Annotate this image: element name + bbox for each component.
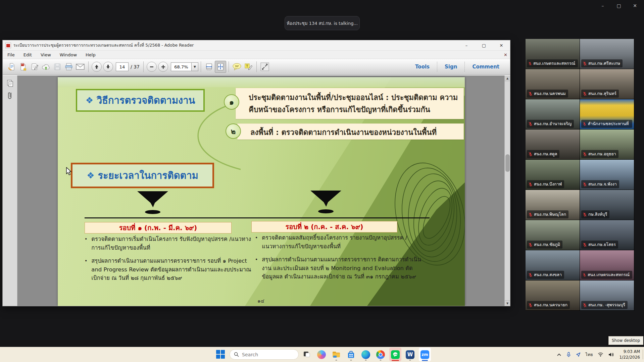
reader-close-icon[interactable]: ✕ [493, 40, 510, 50]
search-box[interactable] [230, 349, 299, 360]
video-tile[interactable]: สนง.กษ.อำนาจเจริญ [526, 99, 580, 129]
timeline-marker-2-base [318, 209, 334, 213]
method-item1-box: ประชุมติดตามงานในพื้นที่/ประชุมออนไลน์ :… [236, 88, 464, 119]
microsoft-store-button[interactable] [345, 348, 357, 361]
task-view-button[interactable] [301, 348, 313, 361]
adobe-reader-window: ระเบียบวาระการประชุมผู้ตรวจราชการกระทรวง… [2, 40, 510, 306]
chrome-button[interactable] [375, 348, 387, 361]
next-page-icon[interactable] [102, 61, 114, 73]
save-icon[interactable] [52, 61, 63, 73]
scrolling-mode-icon[interactable] [203, 61, 215, 73]
menu-help[interactable]: Help [86, 52, 96, 57]
reader-minimize-icon[interactable]: – [458, 40, 475, 50]
input-language-indicator[interactable]: ไทย [586, 351, 593, 358]
mic-muted-icon [583, 152, 587, 156]
video-tile[interactable]: สนง.กษ.สตูล [526, 130, 580, 159]
email-icon[interactable] [75, 61, 86, 73]
scroll-down-icon[interactable]: ▼ [505, 300, 510, 306]
video-tile[interactable]: สนง.กษ.บึงกาฬ [526, 160, 580, 190]
sign-button[interactable]: Sign [437, 64, 464, 70]
zoom-minimize-icon[interactable]: – [599, 2, 606, 9]
video-tile[interactable]: สนง.กษ.สงขลา [526, 250, 580, 280]
zoom-maximize-icon[interactable]: ▢ [615, 2, 623, 9]
video-tile[interactable]: กษ.สิงห์บุรี [580, 190, 634, 220]
mic-muted-icon [583, 303, 587, 307]
tray-mic-icon[interactable] [566, 352, 571, 357]
zoom-in-icon[interactable] [157, 61, 169, 73]
reader-titlebar[interactable]: ระเบียบวาระการประชุมผู้ตรวจราชการกระทรวง… [3, 40, 510, 51]
start-button[interactable] [216, 350, 225, 359]
document-close-icon[interactable]: ✕ [504, 52, 507, 57]
video-tile[interactable]: สนง.กษ.พิษณุโลก [526, 190, 580, 220]
search-input[interactable] [242, 352, 289, 357]
cloud-upload-icon[interactable] [40, 61, 52, 73]
participant-name: กษ.สิงห์บุรี [588, 211, 607, 218]
zoom-level-dropdown-icon[interactable]: ▼ [192, 62, 198, 71]
comment-bubble-icon[interactable] [231, 61, 243, 73]
mic-muted-icon [528, 182, 533, 187]
round2-label-box: รอบที่ ๒ (ก.ค. - ส.ค. ๖๙) [251, 221, 397, 232]
zoom-level-value[interactable]: 68.7% [171, 62, 192, 71]
speaker-icon[interactable] [608, 352, 614, 357]
video-tile[interactable]: สนง.กษ.จ.พังงา [580, 160, 634, 190]
wifi-icon[interactable] [598, 352, 603, 357]
tray-chevron-icon[interactable] [557, 353, 561, 356]
print-icon[interactable] [63, 61, 75, 73]
talking-banner: ห้องประชุม 134 สป.กษ. is talking... [285, 16, 360, 30]
scroll-up-icon[interactable]: ▲ [505, 75, 510, 81]
participant-name: สนง.กษ.อำนาจเจริญ [534, 120, 572, 127]
video-tile[interactable]: สนง.เกษตรและสหกรณ์จัง... [526, 39, 580, 69]
scrollbar-thumb[interactable] [505, 154, 510, 172]
menu-edit[interactable]: Edit [23, 52, 32, 57]
word-button[interactable]: W [404, 348, 416, 361]
reader-maximize-icon[interactable]: ▢ [475, 40, 493, 50]
menu-file[interactable]: File [7, 52, 15, 57]
show-desktop-edge[interactable] [643, 350, 643, 359]
zoom-close-icon[interactable]: ✕ [631, 2, 639, 9]
video-tile[interactable]: สำนักงานชลประทานที่ 16 [580, 99, 634, 129]
zoom-meeting-screen: ห้องประชุม 134 สป.กษ. is talking... – ▢ … [0, 0, 644, 362]
round1-label-box: รอบที่ ๑ (ก.พ. - มี.ค. ๖๙) [85, 222, 232, 234]
timeline-marker-1-base [145, 210, 160, 214]
taskbar-clock[interactable]: 9:03 AM 1/22/2026 [619, 349, 640, 360]
video-tile[interactable]: สนง.เกษตรและสหกรณ์จัง... [580, 250, 634, 280]
line-button[interactable]: LINE [389, 348, 401, 361]
open-file-icon[interactable] [6, 61, 17, 73]
method-item2-box: ลงพื้นที่ : ตรวจติดตามการดำเนินงานของหน่… [237, 123, 464, 140]
video-tile[interactable]: สนง.กษ.ยโสธร [580, 220, 634, 250]
method-item2-text: ลงพื้นที่ : ตรวจติดตามการดำเนินงานของหน่… [250, 126, 459, 139]
show-desktop-tooltip: Show desktop [608, 336, 643, 345]
vertical-scrollbar[interactable]: ▲ ▼ [504, 75, 510, 306]
video-tile[interactable]: สนง.กษ.อยุธยา [580, 130, 634, 159]
create-pdf-icon[interactable] [17, 61, 29, 73]
previous-page-icon[interactable] [91, 61, 102, 73]
page-thumbnails-icon[interactable] [5, 78, 15, 88]
participant-name: สนง.กษ.ยโสธร [588, 241, 616, 248]
video-tile[interactable]: สนง.กษ.ศรีสะเกษ [580, 39, 634, 69]
menu-view[interactable]: View [41, 52, 51, 57]
zoom-app-button[interactable]: zm [419, 348, 431, 361]
file-explorer-button[interactable] [330, 348, 342, 361]
tray-location-icon[interactable] [576, 352, 581, 357]
page-number-input[interactable] [116, 62, 129, 71]
participant-name: สำนักงานชลประทานที่ 16 [588, 120, 630, 127]
copilot-button[interactable] [315, 348, 328, 361]
fullscreen-icon[interactable] [259, 61, 270, 73]
zoom-out-icon[interactable] [146, 61, 157, 73]
sign-document-icon[interactable] [29, 61, 40, 73]
attachments-paperclip-icon[interactable] [5, 91, 15, 101]
fit-page-icon[interactable] [215, 61, 226, 73]
video-tile[interactable]: สนง.กษ. -สุพรรณบุรี [580, 280, 634, 310]
slide-page-number: ๑๔ [257, 297, 264, 305]
highlight-text-icon[interactable]: T [243, 61, 254, 73]
video-tile[interactable]: สนง.กษ.สุรินทร์ [580, 69, 634, 99]
video-tile[interactable]: สนง.กษ.นครพนม [526, 69, 580, 99]
comment-button[interactable]: Comment [465, 64, 507, 70]
video-tile[interactable]: สนง.กษ.นครนายก [526, 280, 580, 310]
mic-muted-icon [528, 92, 533, 96]
video-tile[interactable]: สนง.กษ.ชัยภูมิ [526, 220, 580, 250]
edge-button[interactable] [360, 348, 372, 361]
mic-muted-icon [583, 92, 587, 96]
tools-button[interactable]: Tools [408, 64, 437, 70]
menu-window[interactable]: Window [60, 52, 77, 57]
